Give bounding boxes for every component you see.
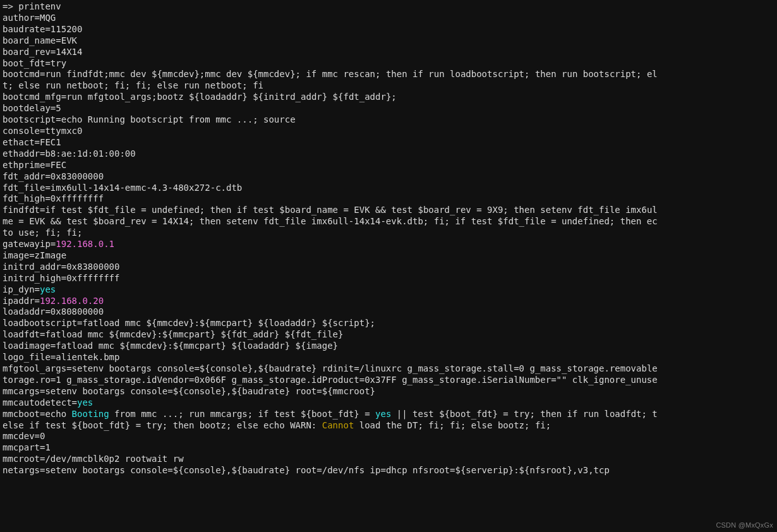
env-value: to use; fi; fi; (3, 227, 82, 238)
env-key: ethprime= (3, 160, 51, 170)
env-value: zImage (35, 250, 67, 260)
keyword-yes: yes (375, 409, 391, 419)
env-line-wrap: me = EVK && test $board_rev = 14X14; the… (3, 216, 774, 227)
env-line: mfgtool_args=setenv bootargs console=${c… (3, 363, 774, 375)
env-key: fdt_addr= (3, 171, 51, 181)
env-line: loadbootscript=fatload mmc ${mmcdev}:${m… (3, 318, 774, 329)
env-value: imx6ull-14x14-emmc-4.3-480x272-c.dtb (51, 183, 242, 193)
command-text: printenv (18, 1, 61, 11)
env-line-wrap: torage.ro=1 g_mass_storage.idVendor=0x06… (3, 375, 774, 386)
env-value: 0xffffffff (51, 193, 104, 203)
env-line: initrd_addr=0x83800000 (3, 262, 774, 273)
env-value: || test ${boot_fdt} = try; then if run l… (391, 409, 657, 419)
env-value: FEC (51, 160, 66, 170)
keyword-cannot: Cannot (322, 420, 354, 430)
env-line: loadaddr=0x80800000 (3, 306, 774, 318)
env-value: from mmc ...; run mmcargs; if test ${boo… (109, 409, 375, 419)
env-value: fatload mmc ${mmcdev}:${mmcpart} ${loada… (56, 341, 338, 351)
env-value: torage.ro=1 g_mass_storage.idVendor=0x06… (3, 375, 658, 385)
env-value-bool: yes (40, 284, 56, 294)
env-line: initrd_high=0xffffffff (3, 273, 774, 284)
env-value: 0xffffffff (66, 273, 119, 283)
env-key: ethact= (3, 137, 40, 147)
env-key: fdt_file= (3, 183, 51, 193)
env-value: 0 (40, 431, 45, 441)
env-key: logo_file= (3, 352, 56, 362)
env-line: ipaddr=192.168.0.20 (3, 296, 774, 307)
env-line: image=zImage (3, 250, 774, 262)
env-key: loadfdt= (3, 329, 45, 339)
env-value: alientek.bmp (56, 352, 119, 362)
env-value: 0x83800000 (66, 262, 119, 272)
env-key: mmcautodetect= (3, 397, 77, 408)
env-key: loadimage= (3, 341, 56, 351)
env-value: echo (45, 409, 71, 419)
env-value: MQG (40, 13, 56, 23)
env-value: t; else run netboot; fi; fi; else run ne… (3, 80, 263, 90)
env-line: fdt_high=0xffffffff (3, 193, 774, 205)
env-key: mmcargs= (3, 386, 45, 396)
env-key: initrd_high= (3, 273, 66, 283)
env-key: image= (3, 250, 35, 260)
env-key: ip_dyn= (3, 284, 40, 294)
env-line: mmcargs=setenv bootargs console=${consol… (3, 386, 774, 397)
env-value: setenv bootargs console=${console},${bau… (45, 386, 375, 396)
env-line: bootcmd=run findfdt;mmc dev ${mmcdev};mm… (3, 69, 774, 80)
env-line: loadfdt=fatload mmc ${mmcdev}:${mmcpart}… (3, 329, 774, 341)
env-value: 0x80800000 (51, 306, 104, 317)
env-value: echo Running bootscript from mmc ...; so… (61, 114, 296, 124)
env-key: bootdelay= (3, 103, 56, 113)
env-key: mmcpart= (3, 442, 45, 452)
env-value: b8:ae:1d:01:00:00 (45, 148, 135, 159)
env-key: netargs= (3, 465, 45, 475)
env-value: run findfdt;mmc dev ${mmcdev};mmc dev ${… (45, 69, 657, 79)
env-key: gatewayip= (3, 239, 56, 249)
env-line: bootscript=echo Running bootscript from … (3, 114, 774, 126)
env-key: author= (3, 13, 40, 23)
env-line: findfdt=if test $fdt_file = undefined; t… (3, 205, 774, 216)
env-line: board_rev=14X14 (3, 47, 774, 58)
watermark-text: CSDN @MxQxGx (716, 521, 773, 529)
env-line: mmcpart=1 (3, 442, 774, 454)
env-value: EVK (61, 35, 77, 45)
env-value: setenv bootargs console=${console},${bau… (45, 465, 609, 475)
env-key: ethaddr= (3, 148, 45, 159)
env-value: 115200 (51, 24, 83, 34)
env-value: fatload mmc ${mmcdev}:${mmcpart} ${fdt_a… (45, 329, 343, 339)
env-line: baudrate=115200 (3, 24, 774, 35)
env-line: console=ttymxc0 (3, 126, 774, 137)
env-line: fdt_addr=0x83000000 (3, 171, 774, 183)
env-line: mmcdev=0 (3, 431, 774, 442)
env-value: load the DT; fi; fi; else bootz; fi; (354, 420, 551, 430)
env-key: console= (3, 126, 45, 136)
env-line: board_name=EVK (3, 35, 774, 47)
env-line: ethact=FEC1 (3, 137, 774, 148)
env-key: baudrate= (3, 24, 51, 34)
env-key: boot_fdt= (3, 58, 51, 68)
env-value-ip: 192.168.0.20 (40, 296, 104, 306)
env-line: mmcboot=echo Booting from mmc ...; run m… (3, 409, 774, 420)
terminal-output[interactable]: => printenv author=MQG baudrate=115200 b… (0, 0, 777, 476)
env-line: author=MQG (3, 13, 774, 24)
env-line-wrap: t; else run netboot; fi; fi; else run ne… (3, 80, 774, 92)
env-line: netargs=setenv bootargs console=${consol… (3, 465, 774, 476)
env-key: bootcmd_mfg= (3, 92, 66, 102)
env-key: mmcdev= (3, 431, 40, 441)
env-value: 1 (45, 442, 50, 452)
env-value-ip: 192.168.0.1 (56, 239, 114, 249)
env-value: if test $fdt_file = undefined; then if t… (45, 205, 657, 215)
env-value: me = EVK && test $board_rev = 14X14; the… (3, 216, 658, 226)
env-line: boot_fdt=try (3, 58, 774, 70)
prompt-symbol: => (3, 1, 13, 11)
env-value: else if test ${boot_fdt} = try; then boo… (3, 420, 322, 430)
env-line: bootdelay=5 (3, 103, 774, 114)
env-value: try (51, 58, 66, 68)
env-line-wrap: to use; fi; fi; (3, 227, 774, 239)
env-key: mmcroot= (3, 454, 45, 464)
keyword-booting: Booting (72, 409, 109, 419)
env-value: 5 (56, 103, 61, 113)
env-key: board_name= (3, 35, 61, 45)
env-line: bootcmd_mfg=run mfgtool_args;bootz ${loa… (3, 92, 774, 103)
env-line: ethprime=FEC (3, 160, 774, 171)
env-line: loadimage=fatload mmc ${mmcdev}:${mmcpar… (3, 341, 774, 352)
